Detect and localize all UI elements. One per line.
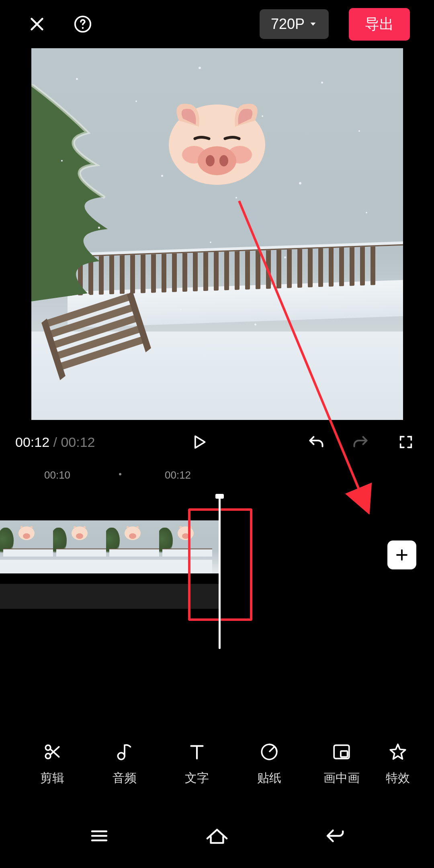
add-clip-button[interactable] bbox=[387, 540, 416, 569]
tool-text[interactable]: 文字 bbox=[161, 741, 233, 786]
sticker-icon bbox=[259, 742, 279, 762]
tool-label: 特效 bbox=[386, 770, 410, 786]
svg-point-10 bbox=[23, 533, 30, 539]
timeline-ruler[interactable]: 00:10 00:12 bbox=[0, 464, 434, 484]
resolution-selector[interactable]: 720P bbox=[260, 9, 329, 39]
star-icon bbox=[388, 742, 408, 762]
help-button[interactable] bbox=[70, 11, 96, 37]
redo-icon bbox=[352, 433, 370, 451]
nav-back-button[interactable] bbox=[315, 824, 355, 848]
clip-thumbnail[interactable] bbox=[106, 520, 159, 573]
total-time: 00:12 bbox=[61, 434, 95, 450]
svg-point-19 bbox=[118, 753, 125, 760]
fullscreen-button[interactable] bbox=[393, 429, 419, 455]
tool-label: 音频 bbox=[113, 770, 137, 786]
ruler-dot bbox=[119, 473, 121, 475]
svg-point-14 bbox=[129, 533, 136, 539]
tool-label: 剪辑 bbox=[40, 770, 64, 786]
ruler-tick: 00:10 bbox=[44, 469, 70, 481]
export-button[interactable]: 导出 bbox=[349, 8, 410, 41]
resolution-label: 720P bbox=[271, 16, 305, 33]
clip-thumbnail[interactable] bbox=[53, 520, 106, 573]
undo-button[interactable] bbox=[303, 429, 329, 455]
system-nav-bar bbox=[0, 812, 434, 868]
ruler-tick: 00:12 bbox=[165, 469, 191, 481]
tool-pip[interactable]: 画中画 bbox=[305, 741, 378, 786]
svg-rect-22 bbox=[341, 751, 348, 757]
tool-effects[interactable]: 特效 bbox=[378, 741, 418, 786]
snow-particles bbox=[31, 48, 403, 420]
tool-label: 贴纸 bbox=[257, 770, 281, 786]
text-icon bbox=[187, 742, 207, 762]
chevron-down-icon bbox=[309, 20, 317, 29]
timeline[interactable] bbox=[0, 484, 434, 653]
tool-audio[interactable]: 音频 bbox=[88, 741, 161, 786]
current-time: 00:12 bbox=[15, 434, 49, 450]
svg-point-1 bbox=[82, 27, 84, 29]
tool-sticker[interactable]: 贴纸 bbox=[233, 741, 305, 786]
svg-point-12 bbox=[76, 533, 83, 539]
tool-edit[interactable]: 剪辑 bbox=[16, 741, 88, 786]
picture-in-picture-icon bbox=[332, 742, 352, 762]
nav-home-button[interactable] bbox=[197, 824, 237, 848]
bottom-toolbar: 剪辑 音频 文字 贴纸 画中画 特效 bbox=[0, 715, 434, 812]
playback-bar: 00:12 / 00:12 bbox=[0, 420, 434, 464]
redo-button[interactable] bbox=[348, 429, 374, 455]
menu-icon bbox=[88, 825, 110, 847]
video-preview[interactable] bbox=[31, 48, 403, 420]
undo-icon bbox=[307, 433, 325, 451]
tool-label: 文字 bbox=[185, 770, 209, 786]
time-display: 00:12 / 00:12 bbox=[15, 434, 95, 450]
help-icon bbox=[74, 15, 92, 33]
playhead[interactable] bbox=[219, 495, 221, 649]
plus-icon bbox=[395, 548, 409, 562]
home-icon bbox=[204, 825, 230, 847]
music-note-icon bbox=[115, 742, 135, 762]
video-track[interactable] bbox=[0, 520, 219, 573]
header-bar: 720P 导出 bbox=[0, 0, 434, 48]
back-icon bbox=[323, 825, 346, 847]
tool-label: 画中画 bbox=[323, 770, 360, 786]
preview-area bbox=[0, 48, 434, 420]
close-button[interactable] bbox=[24, 11, 50, 37]
scissors-icon bbox=[42, 742, 62, 762]
audio-track[interactable] bbox=[0, 584, 219, 609]
nav-menu-button[interactable] bbox=[79, 824, 119, 848]
play-icon bbox=[190, 433, 208, 451]
clip-thumbnail[interactable] bbox=[0, 520, 53, 573]
fullscreen-icon bbox=[398, 434, 414, 450]
play-button[interactable] bbox=[186, 429, 212, 455]
time-separator: / bbox=[49, 434, 61, 450]
close-icon bbox=[28, 15, 46, 33]
